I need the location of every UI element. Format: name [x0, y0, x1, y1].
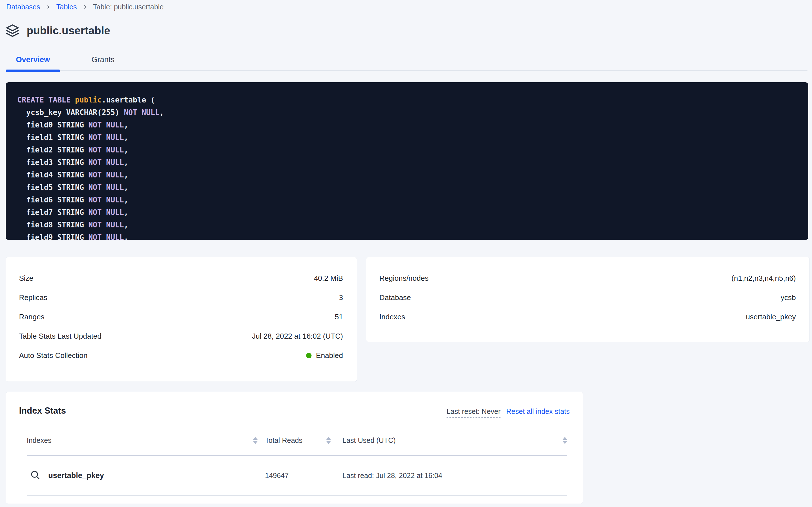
- tab-bar: OverviewGrants: [6, 49, 807, 71]
- stat-label: Database: [379, 293, 411, 302]
- sql-line: field8 STRING NOT NULL,: [17, 219, 797, 231]
- column-header-last-used-utc[interactable]: Last Used (UTC): [342, 436, 567, 445]
- stat-value: 3: [339, 293, 343, 302]
- sql-line: field0 STRING NOT NULL,: [17, 119, 797, 131]
- index-name: usertable_pkey: [48, 471, 104, 480]
- sort-arrows-icon: [326, 437, 331, 444]
- breadcrumb-tables[interactable]: Tables: [56, 3, 77, 11]
- sql-line: field4 STRING NOT NULL,: [17, 169, 797, 181]
- stat-label: Indexes: [379, 313, 405, 321]
- sql-line: field5 STRING NOT NULL,: [17, 181, 797, 193]
- stat-label: Size: [19, 274, 34, 283]
- table-summary-card: Size40.2 MiBReplicas3Ranges51Table Stats…: [6, 257, 357, 382]
- index-stats-actions: Last reset: Never Reset all index stats: [447, 407, 570, 418]
- stat-row-database: Databaseycsb: [379, 288, 796, 307]
- sql-line: field3 STRING NOT NULL,: [17, 156, 797, 169]
- column-header-indexes[interactable]: Indexes: [27, 436, 258, 445]
- index-stats-table: IndexesTotal ReadsLast Used (UTC) userta…: [27, 425, 567, 496]
- stat-row-size: Size40.2 MiB: [19, 269, 343, 288]
- table-details-card: Regions/nodes(n1,n2,n3,n4,n5,n6)Database…: [366, 257, 810, 342]
- tab-grants[interactable]: Grants: [77, 49, 129, 70]
- stat-label: Regions/nodes: [379, 274, 428, 283]
- sql-line: field6 STRING NOT NULL,: [17, 193, 797, 206]
- stat-row-replicas: Replicas3: [19, 288, 343, 307]
- chevron-right-icon: [82, 5, 87, 9]
- sort-arrows-icon: [253, 437, 258, 444]
- reset-index-stats-link[interactable]: Reset all index stats: [506, 407, 570, 415]
- stat-row-indexes: Indexesusertable_pkey: [379, 307, 796, 327]
- stat-row-ranges: Ranges51: [19, 307, 343, 327]
- stat-row-auto-stats-collection: Auto Stats CollectionEnabled: [19, 346, 343, 365]
- stat-label: Table Stats Last Updated: [19, 332, 102, 341]
- sql-line: CREATE TABLE public.usertable (: [17, 94, 797, 106]
- stat-value: 40.2 MiB: [314, 274, 343, 283]
- stat-row-table-stats-last-updated: Table Stats Last UpdatedJul 28, 2022 at …: [19, 327, 343, 346]
- breadcrumb: DatabasesTablesTable: public.usertable: [6, 2, 164, 12]
- column-header-total-reads[interactable]: Total Reads: [265, 436, 331, 445]
- stat-value: ycsb: [781, 293, 796, 302]
- last-used-value: Last read: Jul 28, 2022 at 16:04: [342, 471, 567, 480]
- sort-arrows-icon: [563, 437, 567, 444]
- magnifier-icon: [30, 470, 40, 482]
- sql-line: field1 STRING NOT NULL,: [17, 131, 797, 144]
- tab-overview[interactable]: Overview: [6, 49, 60, 70]
- total-reads-value: 149647: [265, 471, 331, 480]
- index-stats-title: Index Stats: [19, 404, 66, 417]
- green-dot-icon: [306, 353, 312, 358]
- index-stats-card: Index Stats Last reset: Never Reset all …: [6, 392, 583, 504]
- chevron-right-icon: [46, 5, 51, 9]
- sql-line: field9 STRING NOT NULL,: [17, 231, 797, 240]
- create-table-statement: CREATE TABLE public.usertable ( ycsb_key…: [6, 82, 808, 240]
- index-table-body: usertable_pkey149647Last read: Jul 28, 2…: [27, 456, 567, 496]
- stat-label: Auto Stats Collection: [19, 351, 87, 360]
- index-name-link[interactable]: usertable_pkey: [27, 470, 104, 482]
- stat-label: Ranges: [19, 313, 45, 321]
- stat-row-regions-nodes: Regions/nodes(n1,n2,n3,n4,n5,n6): [379, 269, 796, 288]
- index-row-usertable-pkey: usertable_pkey149647Last read: Jul 28, 2…: [27, 456, 567, 496]
- page-title: public.usertable: [27, 25, 110, 37]
- stack-icon: [6, 24, 19, 38]
- breadcrumb-databases[interactable]: Databases: [6, 3, 40, 11]
- last-reset-label: Last reset: Never: [447, 407, 500, 418]
- sql-line: field7 STRING NOT NULL,: [17, 206, 797, 219]
- page-header: public.usertable: [6, 24, 110, 38]
- index-table-header: IndexesTotal ReadsLast Used (UTC): [27, 425, 567, 456]
- breadcrumb-table-public-usertable: Table: public.usertable: [93, 3, 164, 11]
- sql-line: field2 STRING NOT NULL,: [17, 144, 797, 156]
- stat-value: (n1,n2,n3,n4,n5,n6): [732, 274, 796, 283]
- stat-value: Enabled: [306, 351, 343, 360]
- sql-line: ycsb_key VARCHAR(255) NOT NULL,: [17, 106, 797, 119]
- stat-value: 51: [335, 313, 343, 321]
- index-stats-header: Index Stats Last reset: Never Reset all …: [19, 404, 570, 418]
- stat-label: Replicas: [19, 293, 47, 302]
- stat-value: usertable_pkey: [746, 313, 796, 321]
- table-details-page: DatabasesTablesTable: public.usertable p…: [0, 0, 812, 507]
- stat-value: Jul 28, 2022 at 16:02 (UTC): [252, 332, 343, 341]
